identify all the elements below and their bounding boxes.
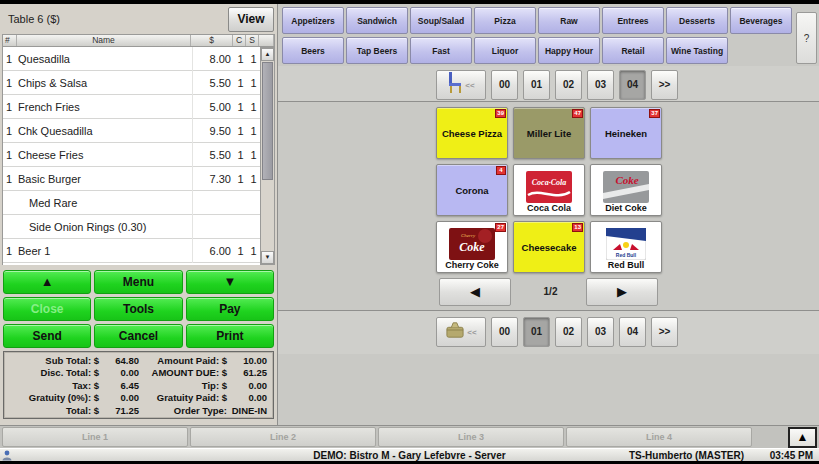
tab-raw[interactable]: Raw	[538, 7, 600, 34]
tab-beverages[interactable]: Beverages	[730, 7, 792, 34]
order-row-modifier[interactable]: Side Onion Rings (0.30)	[3, 215, 260, 239]
line-tab-4[interactable]: Line 4	[566, 427, 752, 447]
line-tab-2[interactable]: Line 2	[190, 427, 376, 447]
seat-page-01-button[interactable]: 01	[523, 70, 550, 100]
product-grid: 39 Cheese Pizza 47 Miller Lite 37 Heinek…	[436, 107, 662, 273]
diet-coke-logo: Coke	[603, 171, 649, 203]
order-title-bar: Table 6 ($) View	[0, 4, 277, 34]
product-diet-coke[interactable]: Coke Diet Coke	[590, 164, 662, 216]
seat-page-04-button[interactable]: 04	[619, 70, 646, 100]
seat-page-02-button[interactable]: 02	[555, 70, 582, 100]
prev-page-button[interactable]: ◀	[439, 278, 511, 306]
help-button[interactable]: ?	[796, 12, 817, 64]
order-scrollbar[interactable]: ▲ ▼	[260, 47, 275, 265]
down-arrow-icon: ▼	[223, 274, 236, 289]
print-button[interactable]: Print	[186, 324, 274, 348]
scroll-order-up-button[interactable]: ▲	[3, 270, 91, 294]
svg-text:Coke: Coke	[615, 174, 638, 186]
modifier-pager: << 00 01 02 03 04 >>	[436, 317, 678, 347]
order-type-label: Order Type:	[141, 405, 229, 417]
product-cheesecake[interactable]: 13 Cheesecake	[513, 221, 585, 273]
order-row[interactable]: 1 Chk Quesadilla 9.50 1 1	[3, 119, 260, 143]
tax-value: 6.45	[101, 380, 141, 392]
total-label: Total: $	[4, 405, 101, 417]
tab-tap-beers[interactable]: Tap Beers	[346, 37, 408, 64]
tab-sandwich[interactable]: Sandwich	[346, 7, 408, 34]
product-label: Diet Coke	[605, 203, 647, 213]
product-label: Coca Cola	[527, 203, 571, 213]
next-page-button[interactable]: ▶	[586, 278, 658, 306]
seat-page-03-button[interactable]: 03	[587, 70, 614, 100]
count-badge: 27	[495, 223, 506, 232]
tools-button[interactable]: Tools	[94, 297, 182, 321]
tab-retail[interactable]: Retail	[602, 37, 664, 64]
tab-wine-tasting[interactable]: Wine Tasting	[666, 37, 728, 64]
scroll-down-icon[interactable]: ▼	[261, 251, 274, 264]
subtotal-value: 64.80	[101, 355, 141, 367]
line-tab-1[interactable]: Line 1	[2, 427, 188, 447]
col-c: C	[233, 35, 246, 46]
tab-happy-hour[interactable]: Happy Hour	[538, 37, 600, 64]
tab-fast[interactable]: Fast	[410, 37, 472, 64]
modifier-page-00-button[interactable]: 00	[491, 317, 518, 347]
modifier-page-04-button[interactable]: 04	[619, 317, 646, 347]
order-row[interactable]: 1 French Fries 5.00 1 1	[3, 95, 260, 119]
modifier-forward-button[interactable]: >>	[651, 317, 678, 347]
modifier-rewind-button[interactable]: <<	[436, 317, 486, 347]
scroll-up-icon[interactable]: ▲	[261, 48, 274, 61]
tab-soup-salad[interactable]: Soup/Salad	[410, 7, 472, 34]
tab-entrees[interactable]: Entrees	[602, 7, 664, 34]
seat-page-00-button[interactable]: 00	[491, 70, 518, 100]
seat-rewind-button[interactable]: <<	[436, 70, 486, 100]
chair-icon	[447, 72, 463, 98]
product-cheese-pizza[interactable]: 39 Cheese Pizza	[436, 107, 508, 159]
order-row[interactable]: 1 Beer 1 6.00 1 1	[3, 239, 260, 263]
close-button[interactable]: Close	[3, 297, 91, 321]
product-red-bull[interactable]: Red Bull Red Bull	[590, 221, 662, 273]
product-miller-lite[interactable]: 47 Miller Lite	[513, 107, 585, 159]
col-num: #	[3, 35, 17, 46]
product-coca-cola[interactable]: Coca·Cola Coca Cola	[513, 164, 585, 216]
product-cherry-coke[interactable]: 27 Cherry Coke Cherry Coke	[436, 221, 508, 273]
cancel-button[interactable]: Cancel	[94, 324, 182, 348]
order-row-modifier[interactable]: Med Rare	[3, 191, 260, 215]
order-row[interactable]: 1 Basic Burger 7.30 1 1	[3, 167, 260, 191]
send-button[interactable]: Send	[3, 324, 91, 348]
tab-desserts[interactable]: Desserts	[666, 7, 728, 34]
modifier-page-01-button[interactable]: 01	[523, 317, 550, 347]
col-name: Name	[17, 35, 191, 46]
count-badge: 39	[495, 109, 506, 118]
view-button[interactable]: View	[228, 7, 274, 32]
count-badge: 47	[572, 109, 583, 118]
table-title: Table 6 ($)	[8, 4, 60, 34]
tab-pizza[interactable]: Pizza	[474, 7, 536, 34]
tab-beers[interactable]: Beers	[282, 37, 344, 64]
corner-up-button[interactable]: ▲	[788, 427, 817, 448]
scroll-order-down-button[interactable]: ▼	[186, 270, 274, 294]
col-s: S	[246, 35, 259, 46]
pay-button[interactable]: Pay	[186, 297, 274, 321]
up-arrow-icon: ▲	[797, 430, 809, 444]
order-row[interactable]: 1 Quesadilla 8.00 1 1	[3, 47, 260, 71]
product-heineken[interactable]: 37 Heineken	[590, 107, 662, 159]
product-label: Cherry Coke	[445, 260, 499, 270]
tab-appetizers[interactable]: Appetizers	[282, 7, 344, 34]
modifier-page-02-button[interactable]: 02	[555, 317, 582, 347]
seat-forward-button[interactable]: >>	[651, 70, 678, 100]
line-tab-3[interactable]: Line 3	[378, 427, 564, 447]
col-price: $	[191, 35, 233, 46]
line-tab-bar: Line 1 Line 2 Line 3 Line 4 ▲	[0, 425, 819, 448]
order-row[interactable]: 1 Cheese Fries 5.50 1 1	[3, 143, 260, 167]
seat-pager: << 00 01 02 03 04 >>	[436, 70, 678, 100]
product-label: Corona	[455, 185, 488, 196]
order-row[interactable]: 1 Chips & Salsa 5.50 1 1	[3, 71, 260, 95]
amount-due-value: 61.25	[229, 367, 269, 379]
tab-liquor[interactable]: Liquor	[474, 37, 536, 64]
product-corona[interactable]: 4 Corona	[436, 164, 508, 216]
togo-box-icon	[445, 321, 465, 343]
modifier-page-03-button[interactable]: 03	[587, 317, 614, 347]
menu-button[interactable]: Menu	[94, 270, 182, 294]
scroll-thumb[interactable]	[262, 62, 273, 180]
amount-due-label: AMOUNT DUE: $	[141, 367, 229, 379]
rewind-label: <<	[467, 328, 476, 337]
